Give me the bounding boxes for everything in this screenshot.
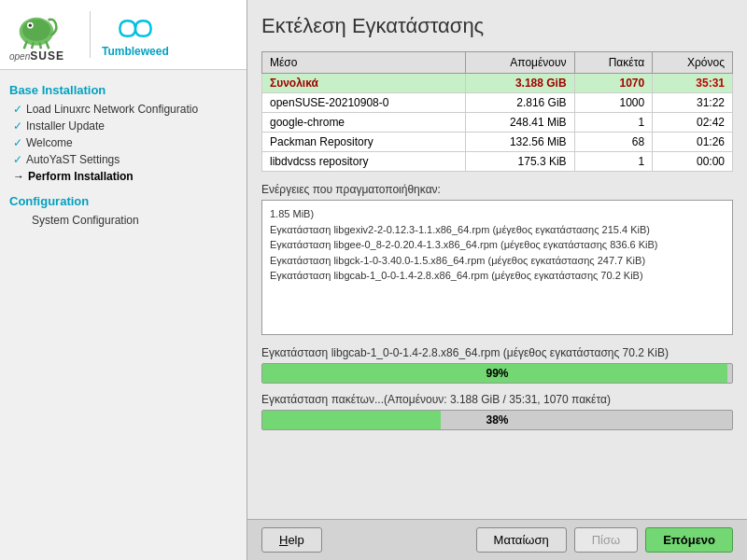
arrow-icon: → (13, 170, 24, 183)
svg-point-1 (22, 19, 50, 40)
back-button[interactable]: Πίσω (574, 527, 638, 553)
opensuse-logo: open SUSE (9, 7, 64, 63)
sidebar: open SUSE Tumbleweed Base Installation ✓… (0, 0, 247, 560)
sidebar-nav: Base Installation ✓ Load Linuxrc Network… (0, 70, 247, 560)
help-button[interactable]: Help (261, 527, 322, 553)
main-content: Εκτέλεση Εγκατάστασης Μέσο Απομένουν Πακ… (247, 0, 747, 519)
next-button[interactable]: Επόμενο (645, 527, 733, 553)
sidebar-item-welcome[interactable]: ✓ Welcome (9, 134, 237, 151)
overall-progress-label: Εγκατάσταση πακέτων...(Απομένουν: 3.188 … (261, 393, 733, 406)
check-icon: ✓ (13, 136, 22, 149)
bottom-bar: Help Ματαίωση Πίσω Επόμενο (247, 519, 747, 560)
help-underline: H (279, 533, 288, 547)
current-file-label: Εγκατάσταση libgcab-1_0-0-1.4-2.8.x86_64… (261, 346, 733, 359)
col-header-packages: Πακέτα (574, 52, 653, 74)
file-progress-text: 99% (262, 367, 732, 380)
sidebar-item-autoyast[interactable]: ✓ AutoYaST Settings (9, 151, 237, 168)
overall-progress-text: 38% (262, 413, 732, 427)
right-buttons: Ματαίωση Πίσω Επόμενο (476, 527, 733, 553)
check-icon: ✓ (13, 103, 22, 116)
tumbleweed-label: Tumbleweed (102, 45, 169, 58)
log-area[interactable]: 1.85 MiB)Εγκατάσταση libgexiv2-2-0.12.3-… (261, 200, 733, 335)
table-row: google-chrome248.41 MiB102:42 (262, 113, 733, 133)
log-entry: 1.85 MiB) (270, 206, 725, 222)
overall-progress-section: Εγκατάσταση πακέτων...(Απομένουν: 3.188 … (261, 393, 733, 430)
log-label: Ενέργειες που πραγματοποιήθηκαν: (261, 183, 733, 196)
log-entry: Εγκατάσταση libgee-0_8-2-0.20.4-1.3.x86_… (270, 237, 725, 253)
svg-line-5 (32, 42, 34, 49)
svg-line-7 (46, 40, 49, 48)
svg-line-6 (40, 42, 42, 49)
tumbleweed-icon (112, 12, 159, 45)
check-icon: ✓ (13, 119, 22, 133)
base-installation-title: Base Installation (9, 83, 237, 97)
overall-progress-bar: 38% (261, 410, 733, 430)
check-icon: ✓ (13, 153, 22, 166)
table-row: libdvdcss repository175.3 KiB100:00 (262, 152, 733, 172)
table-row: openSUSE-20210908-02.816 GiB100031:22 (262, 93, 733, 113)
log-entry: Εγκατάσταση libgcab-1_0-0-1.4-2.8.x86_64… (270, 268, 725, 284)
logo-divider (90, 11, 91, 58)
configuration-title: Configuration (9, 194, 237, 208)
sidebar-item-system-configuration[interactable]: System Configuration (9, 212, 237, 229)
log-entry: Εγκατάσταση libgexiv2-2-0.12.3-1.1.x86_6… (270, 222, 725, 238)
tumbleweed-logo: Tumbleweed (102, 12, 169, 58)
col-header-medium: Μέσο (262, 52, 466, 74)
page-title: Εκτέλεση Εγκατάστασης (261, 14, 733, 38)
file-progress-bar: 99% (261, 363, 733, 384)
chameleon-icon (13, 7, 60, 49)
col-header-remaining: Απομένουν (465, 52, 574, 74)
sidebar-item-perform-installation[interactable]: → Perform Installation (9, 168, 237, 185)
file-progress-section: Εγκατάσταση libgcab-1_0-0-1.4-2.8.x86_64… (261, 346, 733, 384)
package-table: Μέσο Απομένουν Πακέτα Χρόνος Συνολικά3.1… (261, 51, 733, 172)
logo-area: open SUSE Tumbleweed (0, 0, 247, 70)
svg-line-4 (24, 40, 27, 48)
col-header-time: Χρόνος (653, 52, 733, 74)
svg-point-3 (29, 23, 32, 26)
cancel-button[interactable]: Ματαίωση (476, 527, 567, 553)
table-row: Συνολικά3.188 GiB107035:31 (262, 74, 733, 93)
sidebar-item-installer-update[interactable]: ✓ Installer Update (9, 118, 237, 134)
log-entry: Εγκατάσταση libgck-1-0-3.40.0-1.5.x86_64… (270, 253, 725, 269)
sidebar-item-load-linuxrc[interactable]: ✓ Load Linuxrc Network Configuratio (9, 101, 237, 118)
table-row: Packman Repository132.56 MiB6801:26 (262, 133, 733, 152)
